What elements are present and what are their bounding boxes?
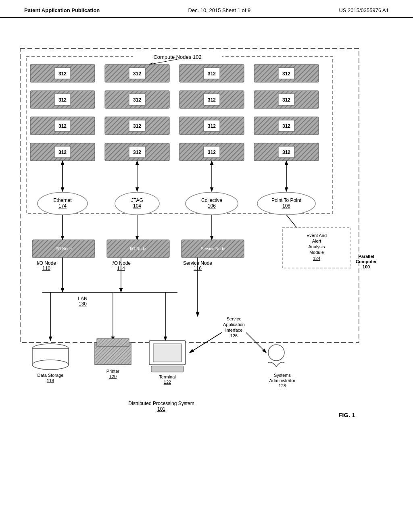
svg-point-119 [268, 345, 284, 361]
svg-text:312: 312 [58, 123, 67, 129]
svg-text:312: 312 [282, 71, 290, 77]
svg-text:Distributed Processing System: Distributed Processing System [128, 401, 194, 406]
svg-text:130: 130 [79, 301, 87, 307]
svg-text:312: 312 [133, 97, 141, 103]
svg-text:Ethernet: Ethernet [53, 197, 72, 203]
svg-text:108: 108 [282, 203, 290, 209]
header-right: US 2015/0355976 A1 [339, 7, 389, 13]
server-bar-r4c1: 312 [30, 143, 95, 161]
server-bar-r1c1: 312 [30, 64, 95, 82]
svg-text:312: 312 [208, 123, 216, 129]
server-bar-r2c1: 312 [30, 91, 95, 108]
svg-text:Printer: Printer [106, 369, 120, 374]
header-center: Dec. 10, 2015 Sheet 1 of 9 [188, 7, 251, 13]
svg-text:174: 174 [58, 203, 67, 209]
server-bar-r1c3: 312 [179, 64, 244, 82]
svg-text:312: 312 [133, 123, 141, 129]
service-node-116: Service Node [181, 240, 244, 258]
svg-text:Module: Module [309, 250, 324, 255]
svg-text:Analysis: Analysis [309, 244, 325, 249]
server-bar-r3c3: 312 [179, 117, 244, 135]
svg-text:Alert: Alert [312, 239, 321, 243]
svg-rect-111 [97, 339, 129, 347]
svg-text:101: 101 [157, 406, 165, 412]
svg-text:100: 100 [363, 264, 370, 269]
server-bar-r2c2: 312 [105, 91, 169, 108]
svg-text:312: 312 [282, 150, 290, 155]
svg-text:104: 104 [133, 203, 141, 209]
svg-text:FIG. 1: FIG. 1 [338, 411, 355, 418]
svg-text:312: 312 [133, 71, 141, 77]
svg-text:Terminal: Terminal [159, 374, 176, 379]
server-bar-r1c2: 312 [105, 64, 169, 82]
svg-text:124: 124 [313, 256, 320, 261]
svg-text:I/O Node: I/O Node [37, 260, 56, 266]
svg-text:Data Storage: Data Storage [38, 373, 64, 378]
svg-text:LAN: LAN [78, 296, 87, 301]
svg-text:I/O Node: I/O Node [130, 247, 146, 251]
svg-text:106: 106 [208, 203, 216, 209]
svg-line-103 [190, 332, 222, 353]
header: Patent Application Publication Dec. 10, … [0, 0, 413, 18]
svg-text:312: 312 [58, 97, 67, 103]
svg-text:312: 312 [208, 97, 216, 103]
svg-text:Parallel: Parallel [358, 254, 374, 259]
svg-rect-115 [153, 344, 181, 362]
svg-text:Systems: Systems [274, 373, 291, 378]
svg-text:I/O Node: I/O Node [56, 247, 72, 251]
server-bar-r3c4: 312 [254, 117, 319, 135]
svg-text:312: 312 [58, 71, 67, 77]
svg-text:312: 312 [282, 123, 290, 129]
svg-text:Computer: Computer [356, 259, 377, 264]
io-node-110: I/O Node [32, 240, 95, 258]
server-bar-r4c4: 312 [254, 143, 319, 161]
compute-nodes-label: Compute Nodes 102 [153, 54, 201, 60]
svg-text:118: 118 [47, 378, 54, 383]
svg-text:JTAG: JTAG [131, 197, 143, 203]
svg-text:312: 312 [208, 150, 216, 155]
svg-text:128: 128 [279, 383, 286, 388]
diagram-svg: Compute Nodes 102 312 312 312 312 [16, 34, 395, 518]
svg-text:Event And: Event And [307, 233, 327, 238]
server-bar-r2c4: 312 [254, 91, 319, 108]
svg-text:Service: Service [227, 316, 242, 321]
svg-text:Administrator: Administrator [269, 378, 296, 383]
server-bar-r3c1: 312 [30, 117, 95, 135]
svg-point-107 [32, 360, 69, 370]
server-bar-r1c4: 312 [254, 64, 319, 82]
server-bar-r2c3: 312 [179, 91, 244, 108]
svg-text:120: 120 [109, 374, 117, 379]
svg-text:312: 312 [133, 150, 141, 155]
svg-text:Point To Point: Point To Point [271, 197, 301, 203]
svg-text:312: 312 [208, 71, 216, 77]
header-left: Patent Application Publication [24, 7, 100, 13]
svg-text:312: 312 [58, 150, 67, 155]
svg-text:312: 312 [282, 97, 290, 103]
io-node-114: I/O Node [107, 240, 169, 258]
svg-text:Application: Application [223, 322, 245, 327]
server-bar-r4c3: 312 [179, 143, 244, 161]
svg-text:110: 110 [42, 266, 50, 271]
svg-text:Service Node: Service Node [201, 247, 225, 251]
server-bar-r3c2: 312 [105, 117, 169, 135]
svg-text:Interface: Interface [225, 328, 243, 332]
server-bar-r4c2: 312 [105, 143, 169, 161]
svg-text:122: 122 [164, 380, 171, 384]
page: Patent Application Publication Dec. 10, … [0, 0, 413, 532]
svg-text:126: 126 [230, 333, 238, 338]
svg-text:Collective: Collective [201, 197, 222, 203]
svg-rect-116 [151, 366, 184, 372]
